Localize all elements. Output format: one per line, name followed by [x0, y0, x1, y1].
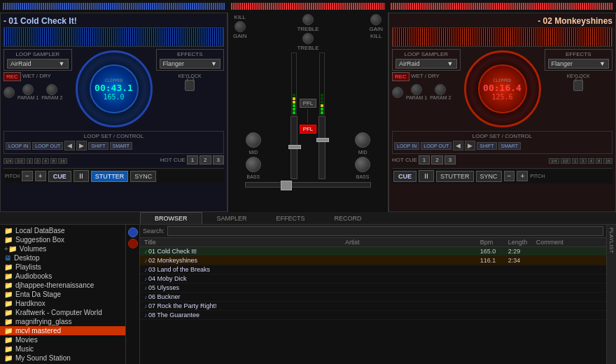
deck2-prev-btn[interactable]: ◀ [453, 141, 463, 150]
fader-handle-right[interactable] [316, 138, 329, 142]
track-row[interactable]: ♪02 Monkeyshines 116.1 2:34 [140, 256, 606, 265]
track-row[interactable]: ♪07 Rock the Party Right! [140, 302, 606, 311]
crossfader-handle[interactable] [281, 181, 292, 190]
deck2-stutter-btn[interactable]: STUTTER [436, 171, 474, 182]
deck2-pitch-plus[interactable]: + [517, 171, 528, 181]
deck1-smart-btn[interactable]: SMART [110, 142, 132, 150]
deck2-pitch-minus[interactable]: − [504, 171, 515, 181]
pfl-left-btn[interactable]: PFL [300, 99, 317, 108]
deck2-sync-btn[interactable]: SYNC [476, 171, 502, 182]
deck2-frac-1[interactable]: 1/4 [549, 158, 559, 164]
deck2-hot-cue-2[interactable]: 2 [431, 155, 442, 164]
sidebar-item-kraftwerk[interactable]: 📁 Kraftwerk - Computer World [0, 308, 125, 317]
deck2-param1-knob[interactable] [411, 84, 422, 95]
sidebar-item-hardknox[interactable]: 📁 Hardknox [0, 299, 125, 308]
deck1-turntable[interactable]: CLIPPED 00:43.1 165.0 [76, 50, 153, 127]
deck1-loop-sampler-dropdown[interactable]: AirRaid ▼ [7, 59, 69, 69]
sidebar-item-suggestion-box[interactable]: 📁 Suggestion Box [0, 235, 125, 244]
mid-knob-right[interactable] [355, 132, 370, 148]
sidebar-item-movies[interactable]: 📁 Movies [0, 335, 125, 344]
sidebar-item-mcvl[interactable]: 📁 mcvl mastered [0, 326, 125, 335]
deck1-stutter-btn[interactable]: STUTTER [91, 171, 129, 182]
deck1-frac-1[interactable]: 1/4 [4, 158, 13, 164]
deck1-hot-cue-3[interactable]: 3 [213, 155, 224, 164]
track-row[interactable]: ♪06 Buckner [140, 293, 606, 302]
sidebar-item-magnifrying[interactable]: 📁 magnifrying_glass [0, 317, 125, 326]
crossfader-track[interactable] [245, 182, 371, 188]
deck1-param2-knob[interactable] [46, 84, 57, 95]
deck2-frac-4[interactable]: 2 [580, 158, 586, 164]
deck1-prev-btn[interactable]: ◀ [64, 141, 75, 150]
treble-knob-right[interactable] [302, 33, 314, 44]
deck2-param2-knob[interactable] [435, 84, 446, 95]
deck2-loop-out-btn[interactable]: LOOP OUT [421, 142, 451, 150]
playlist-tab[interactable]: PLAYLIST [606, 225, 616, 364]
sidebar-item-enta[interactable]: 📁 Enta Da Stage [0, 290, 125, 299]
deck1-frac-4[interactable]: 2 [34, 158, 41, 164]
sidebar-item-volumes[interactable]: +📁 Volumes [0, 244, 125, 253]
deck1-frac-7[interactable]: 16 [58, 158, 67, 164]
deck2-shift-btn[interactable]: SHIFT [477, 142, 496, 150]
deck1-param1-knob[interactable] [22, 84, 34, 95]
bass-knob-right[interactable] [355, 157, 370, 172]
track-row[interactable]: ♪08 The Guarantee [140, 311, 606, 320]
tab-record[interactable]: RECORD [320, 212, 377, 224]
deck2-frac-5[interactable]: 4 [588, 158, 594, 164]
deck1-rec-btn[interactable]: REC [4, 72, 21, 81]
track-row[interactable]: ♪04 Moby Dick [140, 274, 606, 284]
track-row[interactable]: ♪05 Ulysses [140, 284, 606, 293]
tab-browser[interactable]: BROWSER [140, 212, 202, 224]
sidebar-item-my-sound[interactable]: 📁 My Sound Station [0, 354, 125, 363]
deck1-effects-dropdown[interactable]: Flanger ▼ [160, 59, 221, 69]
sidebar-item-local-database[interactable]: 📁 Local DataBase [0, 226, 125, 235]
mid-knob-left[interactable] [246, 132, 261, 148]
tab-effects[interactable]: EFFECTS [262, 212, 320, 224]
deck1-frac-5[interactable]: 4 [42, 158, 48, 164]
gain-knob-left[interactable] [234, 21, 246, 32]
deck1-frac-6[interactable]: 8 [50, 158, 57, 164]
deck1-pitch-minus[interactable]: − [22, 171, 33, 181]
treble-knob-left[interactable] [302, 14, 314, 25]
deck2-cue-btn[interactable]: CUE [393, 171, 416, 182]
deck1-loop-out-btn[interactable]: LOOP OUT [32, 142, 63, 150]
deck1-frac-3[interactable]: 1 [27, 158, 33, 164]
deck2-frac-7[interactable]: 16 [603, 158, 612, 164]
deck2-hot-cue-3[interactable]: 3 [444, 155, 456, 164]
sidebar-item-playlists[interactable]: 📁 Playlists [0, 262, 125, 272]
deck1-next-btn[interactable]: ▶ [76, 141, 87, 150]
deck2-smart-btn[interactable]: SMART [498, 142, 521, 150]
tab-sampler[interactable]: SAMPLER [202, 212, 262, 224]
deck2-pause-btn[interactable]: ⏸ [419, 170, 434, 182]
deck2-hot-cue-1[interactable]: 1 [419, 155, 430, 164]
deck1-loop-in-btn[interactable]: LOOP IN [6, 142, 31, 150]
bass-knob-left[interactable] [246, 157, 261, 172]
deck1-hot-cue-1[interactable]: 1 [187, 155, 198, 164]
track-row[interactable]: ♪01 Cold Check It! 165.0 2:29 [140, 247, 606, 256]
sidebar-item-djhappee[interactable]: 📁 djhappee-therenaissance [0, 281, 125, 290]
deck2-next-btn[interactable]: ▶ [465, 141, 475, 150]
deck2-frac-6[interactable]: 8 [596, 158, 602, 164]
pfl-right-btn[interactable]: PFL [300, 125, 317, 134]
sidebar-item-desktop[interactable]: 🖥 Desktop [0, 253, 125, 262]
gain-knob-right[interactable] [370, 14, 382, 25]
deck2-frac-3[interactable]: 1 [572, 158, 578, 164]
deck2-frac-2[interactable]: 1/2 [561, 158, 570, 164]
deck2-effects-dropdown[interactable]: Flanger ▼ [548, 59, 610, 69]
deck2-loop-sampler-dropdown[interactable]: AirRaid ▼ [396, 59, 457, 69]
sidebar-item-music[interactable]: 📁 Music [0, 344, 125, 354]
deck1-sync-btn[interactable]: SYNC [130, 171, 156, 182]
volume-fader-right[interactable] [318, 116, 326, 179]
deck1-shift-btn[interactable]: SHIFT [88, 142, 108, 150]
deck1-frac-2[interactable]: 1/2 [15, 158, 24, 164]
deck1-hot-cue-2[interactable]: 2 [200, 155, 211, 164]
fader-handle-left[interactable] [288, 145, 301, 149]
deck1-pitch-plus[interactable]: + [35, 171, 46, 181]
volume-fader-left[interactable] [290, 116, 298, 179]
deck1-cue-btn[interactable]: CUE [48, 171, 71, 182]
deck2-wet-dry-knob[interactable] [392, 87, 403, 98]
deck1-pause-btn[interactable]: ⏸ [74, 170, 89, 182]
sidebar-item-audiobooks[interactable]: 📁 Audiobooks [0, 272, 125, 281]
deck2-loop-in-btn[interactable]: LOOP IN [394, 142, 419, 150]
deck2-turntable[interactable]: CLIPPED 00:16.4 125.6 [464, 50, 541, 127]
track-row[interactable]: ♪03 Land of the Breaks [140, 265, 606, 274]
